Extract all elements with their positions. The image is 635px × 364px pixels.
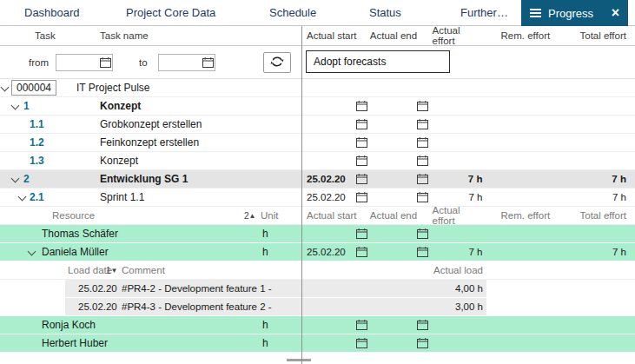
- tab-schedule[interactable]: Schedule: [269, 0, 316, 25]
- sort-asc-icon: ▲: [249, 212, 256, 220]
- sort-indicator: 2▲: [244, 207, 255, 224]
- menu-icon[interactable]: [530, 9, 541, 17]
- col-total-effort: Total effort: [579, 30, 626, 41]
- task-number: 1.1: [30, 116, 44, 133]
- adopt-forecasts-button[interactable]: Adopt forecasts: [306, 50, 450, 73]
- task-number: 2: [23, 170, 30, 188]
- actual-start-value: 25.02.20: [307, 247, 346, 257]
- task-number: 1.3: [30, 152, 44, 169]
- task-name: Sprint 1.1: [100, 189, 144, 206]
- task-row[interactable]: 1.3 Konzept: [0, 152, 635, 170]
- sort-desc-icon: ▼: [111, 267, 118, 275]
- refresh-button[interactable]: [263, 52, 291, 73]
- task-row[interactable]: 1.2 Feinkonzept erstellen: [0, 134, 635, 152]
- actual-start-value: 25.02.20: [307, 192, 346, 202]
- resource-unit: h: [262, 334, 268, 352]
- app-window: Dashboard Project Core Data Schedule Sta…: [0, 0, 635, 364]
- horizontal-scrollbar[interactable]: [287, 359, 311, 361]
- calendar-icon[interactable]: [417, 247, 428, 257]
- load-header-row: Load date 1▼ Comment Actual load: [0, 261, 635, 280]
- tab-further[interactable]: Further…: [460, 0, 508, 25]
- close-tab-icon[interactable]: ×: [612, 6, 619, 20]
- task-number: 1.2: [30, 134, 44, 151]
- task-row[interactable]: 1.1 Grobkonzept erstellen: [0, 116, 635, 134]
- sort-indicator: 1▼: [106, 261, 117, 279]
- calendar-icon[interactable]: [100, 57, 111, 68]
- resource-header-row: Resource 2▲ Unit Actual start Actual end…: [0, 207, 635, 225]
- from-date-field[interactable]: [56, 54, 113, 71]
- tab-status[interactable]: Status: [369, 0, 401, 25]
- load-comment: #PR4-2 - Development feature 1 -: [122, 280, 272, 297]
- to-date-field[interactable]: [158, 54, 215, 71]
- load-row[interactable]: 25.02.20 #PR4-3 - Development feature 2 …: [0, 298, 635, 316]
- col-resource[interactable]: Resource: [52, 207, 95, 224]
- calendar-icon[interactable]: [356, 247, 367, 257]
- load-date: 25.02.20: [78, 280, 117, 297]
- calendar-icon[interactable]: [417, 228, 428, 239]
- tab-progress-active[interactable]: Progress ×: [521, 0, 628, 26]
- calendar-icon[interactable]: [356, 174, 367, 184]
- expander-task[interactable]: [12, 170, 18, 188]
- col-actual-load: Actual load: [433, 265, 483, 275]
- task-name: Grobkonzept erstellen: [100, 116, 202, 133]
- expander-task[interactable]: [12, 97, 18, 115]
- calendar-icon[interactable]: [356, 137, 367, 148]
- col-task: Task: [35, 26, 56, 45]
- resource-row[interactable]: Ronja Koch h: [0, 316, 635, 334]
- calendar-icon[interactable]: [417, 101, 428, 111]
- col-actual-effort: Actual effort: [433, 25, 483, 46]
- actual-load-value: 3,00 h: [455, 301, 483, 312]
- col-rem-effort: Rem. effort: [501, 30, 551, 41]
- col-comment: Comment: [122, 261, 165, 279]
- calendar-icon[interactable]: [202, 57, 214, 68]
- calendar-icon[interactable]: [356, 156, 367, 166]
- tab-dashboard[interactable]: Dashboard: [24, 0, 80, 25]
- from-date-input[interactable]: [56, 56, 100, 69]
- expander-resource[interactable]: [29, 243, 35, 261]
- actual-start-value: 25.02.20: [307, 174, 346, 184]
- resource-name: Daniela Müller: [42, 243, 109, 261]
- tab-bar: Dashboard Project Core Data Schedule Sta…: [0, 0, 635, 26]
- pane-splitter[interactable]: [301, 26, 302, 364]
- calendar-icon[interactable]: [417, 156, 428, 166]
- resource-row[interactable]: Thomas Schäfer h: [0, 225, 635, 243]
- calendar-icon[interactable]: [356, 320, 367, 330]
- task-row-selected[interactable]: 2 Entwicklung SG 1 25.02.20 7 h 7 h: [0, 170, 635, 189]
- calendar-icon[interactable]: [356, 192, 367, 202]
- calendar-icon[interactable]: [417, 119, 428, 129]
- calendar-icon[interactable]: [417, 338, 428, 348]
- progress-panel: Task Task name Actual start Actual end A…: [0, 26, 635, 364]
- expander-project[interactable]: [2, 79, 8, 96]
- project-row[interactable]: 000004 IT Project Pulse: [0, 79, 635, 97]
- col-task-name: Task name: [100, 26, 149, 45]
- task-row[interactable]: 2.1 Sprint 1.1 25.02.20 7 h 7 h: [0, 189, 635, 207]
- calendar-icon[interactable]: [356, 119, 367, 129]
- task-row[interactable]: 1 Konzept: [0, 97, 635, 116]
- active-tab-label: Progress: [548, 7, 608, 20]
- calendar-icon[interactable]: [417, 174, 428, 184]
- resource-unit: h: [262, 225, 268, 242]
- calendar-icon[interactable]: [417, 192, 428, 202]
- calendar-icon[interactable]: [417, 320, 428, 330]
- resource-unit: h: [262, 243, 268, 261]
- resource-row[interactable]: Herbert Huber h: [0, 334, 635, 353]
- load-row[interactable]: 25.02.20 #PR4-2 - Development feature 1 …: [0, 280, 635, 298]
- project-name: IT Project Pulse: [76, 79, 149, 96]
- task-name: Feinkonzept erstellen: [100, 134, 199, 151]
- to-label: to: [139, 46, 148, 78]
- actual-load-value: 4,00 h: [455, 283, 483, 294]
- task-number: 2.1: [30, 189, 44, 206]
- from-label: from: [29, 46, 49, 78]
- col-actual-start: Actual start: [307, 30, 357, 41]
- calendar-icon[interactable]: [417, 137, 428, 148]
- expander-task[interactable]: [19, 189, 25, 206]
- task-number: 1: [23, 97, 30, 115]
- to-date-input[interactable]: [159, 56, 202, 69]
- project-id-field[interactable]: 000004: [11, 80, 56, 96]
- tab-project-core-data[interactable]: Project Core Data: [126, 0, 215, 25]
- resource-row[interactable]: Daniela Müller h 25.02.20 7 h 7 h: [0, 243, 635, 261]
- calendar-icon[interactable]: [356, 101, 367, 111]
- resource-name: Ronja Koch: [42, 316, 96, 334]
- calendar-icon[interactable]: [356, 228, 367, 239]
- calendar-icon[interactable]: [356, 338, 367, 348]
